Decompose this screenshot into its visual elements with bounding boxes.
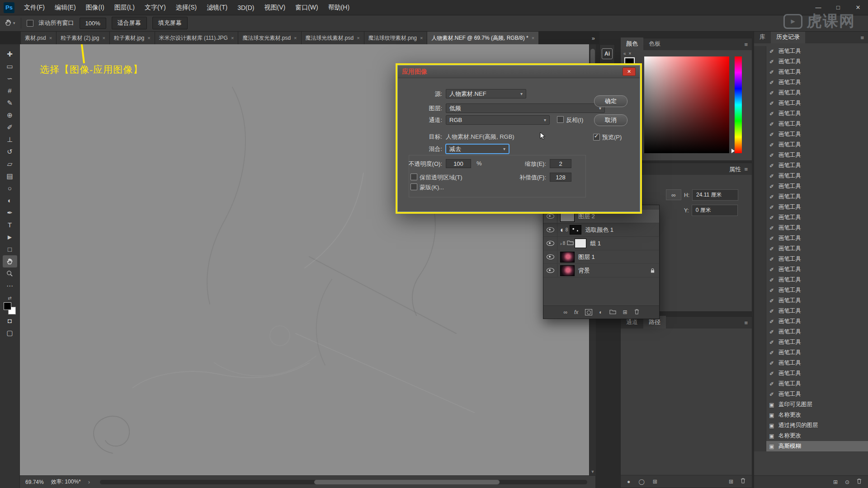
history-snapshot-well[interactable] (754, 410, 766, 420)
screen-mode-icon[interactable]: ▢ (3, 327, 17, 339)
history-row[interactable]: ✐画笔工具 (754, 327, 868, 337)
menu-item-7[interactable]: 3D(D) (232, 0, 259, 15)
preserve-transparency-checkbox[interactable] (410, 174, 417, 180)
new-group-icon[interactable] (609, 309, 616, 316)
history-row[interactable]: ✐画笔工具 (754, 192, 868, 202)
height-field[interactable]: 24.11 厘米 (692, 189, 738, 201)
foreground-color-swatch[interactable] (4, 302, 11, 310)
new-path-icon[interactable]: ⊞ (729, 479, 733, 485)
history-row[interactable]: ✐画笔工具 (754, 389, 868, 399)
layer-mask-thumbnail[interactable] (570, 225, 581, 235)
history-row[interactable]: ✐画笔工具 (754, 264, 868, 275)
blend-mode-select[interactable]: 减去 (446, 144, 509, 154)
lasso-tool[interactable]: ∽ (3, 72, 17, 84)
source-select[interactable]: 人物素材.NEF (446, 89, 526, 99)
history-row[interactable]: ✐画笔工具 (754, 275, 868, 285)
menu-item-2[interactable]: 图像(I) (81, 0, 109, 15)
layer-row[interactable]: 背景 (543, 264, 659, 277)
fill-path-icon[interactable]: ● (627, 479, 630, 485)
swap-colors-icon[interactable]: ⇄ (8, 296, 11, 300)
panel-menu-icon[interactable]: ≡ (860, 34, 868, 43)
history-row[interactable]: ✐画笔工具 (754, 306, 868, 316)
scroll-down-icon[interactable]: ▼ (590, 469, 596, 474)
ai-panel-icon[interactable]: Ai (602, 48, 613, 59)
layer-select[interactable]: 低频 (446, 103, 605, 113)
foreground-background-colors[interactable] (4, 302, 16, 314)
ok-button[interactable]: 确定 (594, 95, 627, 107)
history-row[interactable]: ✐画笔工具 (754, 46, 868, 56)
hue-slider[interactable] (735, 56, 742, 153)
menu-item-9[interactable]: 窗口(W) (290, 0, 323, 15)
document-tab-3[interactable]: 米米尔设计素材库 (111).JPG× (155, 32, 239, 44)
history-snapshot-well[interactable] (754, 140, 766, 150)
panel-menu-icon[interactable]: ≡ (744, 319, 752, 328)
document-tab-7[interactable]: 人物素材.NEF @ 69.7% (高频, RGB/8) *× (427, 32, 539, 44)
brush-tool[interactable]: ✐ (3, 121, 17, 133)
panel-menu-icon[interactable]: ≡ (744, 166, 752, 175)
history-snapshot-well[interactable] (754, 254, 766, 264)
add-mask-icon[interactable] (585, 309, 592, 315)
layer-thumbnail[interactable] (560, 252, 575, 263)
history-snapshot-well[interactable] (754, 264, 766, 275)
history-row[interactable]: ✐画笔工具 (754, 223, 868, 233)
layer-row[interactable]: ◐8选取颜色 1 (543, 223, 659, 237)
document-tab-0[interactable]: 素材.psd× (21, 32, 57, 44)
history-snapshot-well[interactable] (754, 275, 766, 285)
zoom-level[interactable]: 69.74% (25, 479, 44, 485)
clone-stamp-tool[interactable]: ⊥ (3, 133, 17, 145)
channel-select[interactable]: RGB (446, 115, 550, 125)
delete-path-icon[interactable] (741, 478, 745, 485)
adjustment-layer-icon[interactable]: ◐ (599, 309, 602, 315)
history-row[interactable]: ▣盖印可见图层 (754, 399, 868, 410)
link-layers-icon[interactable]: ∞ (563, 309, 567, 315)
pen-tool[interactable]: ✒ (3, 206, 17, 219)
history-snapshot-well[interactable] (754, 244, 766, 254)
visibility-toggle[interactable] (543, 250, 557, 263)
crop-tool[interactable]: # (3, 84, 17, 97)
history-snapshot-well[interactable] (754, 202, 766, 212)
quick-mask-icon[interactable]: ◘ (3, 314, 17, 327)
history-snapshot-well[interactable] (754, 431, 766, 441)
document-tab-4[interactable]: 魔法球发光素材.psd× (238, 32, 301, 44)
history-brush-tool[interactable]: ↺ (3, 145, 17, 158)
visibility-toggle[interactable] (543, 237, 557, 250)
history-row[interactable]: ▣名称更改 (754, 410, 868, 420)
gradient-tool[interactable]: ▤ (3, 170, 17, 182)
stroke-path-icon[interactable]: ◯ (638, 479, 644, 485)
dialog-close-button[interactable]: ✕ (623, 67, 636, 76)
load-selection-icon[interactable]: ⊞ (653, 479, 657, 485)
tab-close-icon[interactable]: × (532, 35, 534, 41)
eyedropper-tool[interactable]: ✎ (3, 97, 17, 109)
status-chevron-icon[interactable]: › (88, 479, 90, 485)
dodge-tool[interactable]: ◐ (3, 194, 17, 206)
history-row[interactable]: ✐画笔工具 (754, 254, 868, 264)
history-row[interactable]: ✐画笔工具 (754, 67, 868, 77)
history-snapshot-well[interactable] (754, 160, 766, 171)
preview-checkbox[interactable] (593, 134, 600, 141)
link-dimensions-icon[interactable]: ∞ (666, 189, 681, 200)
type-tool[interactable]: T (3, 219, 17, 231)
tab-close-icon[interactable]: × (231, 35, 234, 41)
history-row[interactable]: ✐画笔工具 (754, 140, 868, 150)
layer-row[interactable]: 图层 1 (543, 250, 659, 264)
history-snapshot-well[interactable] (754, 150, 766, 160)
history-snapshot-well[interactable] (754, 441, 766, 451)
menu-item-0[interactable]: 文件(F) (19, 0, 50, 15)
history-snapshot-well[interactable] (754, 316, 766, 327)
scroll-all-windows-checkbox[interactable] (27, 20, 33, 27)
more-tools[interactable]: ⋯ (3, 280, 17, 292)
history-snapshot-well[interactable] (754, 77, 766, 88)
y-field[interactable]: 0 厘米 (692, 205, 738, 216)
history-row[interactable]: ✐画笔工具 (754, 181, 868, 192)
marquee-tool[interactable]: ▭ (3, 60, 17, 72)
zoom-100-button[interactable]: 100% (80, 18, 106, 29)
history-row[interactable]: ✐画笔工具 (754, 88, 868, 98)
fill-screen-button[interactable]: 填充屏幕 (152, 17, 188, 29)
history-snapshot-well[interactable] (754, 327, 766, 337)
history-snapshot-well[interactable] (754, 296, 766, 306)
mask-checkbox[interactable] (410, 183, 417, 190)
history-snapshot-well[interactable] (754, 46, 766, 56)
move-tool[interactable]: ✚ (3, 48, 17, 60)
history-row[interactable]: ✐画笔工具 (754, 316, 868, 327)
history-snapshot-well[interactable] (754, 129, 766, 140)
